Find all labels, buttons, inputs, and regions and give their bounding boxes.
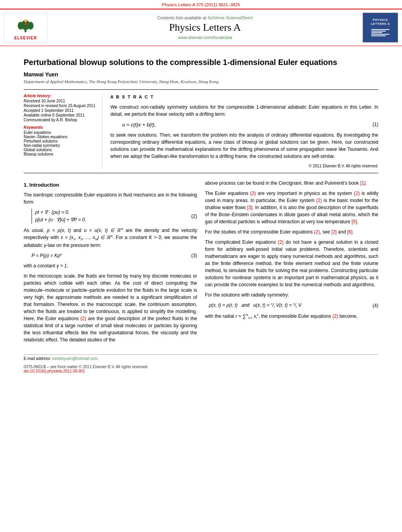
keywords-block: Keywords: Euler equations Navier–Stokes … [24, 125, 97, 156]
ref1[interactable]: [1] [360, 180, 365, 186]
right-p6: with the radial r = ∑Ni=1 xi2, the compr… [205, 313, 378, 321]
abstract-section: A B S T R A C T We construct non-radiall… [110, 94, 378, 169]
footnote-area: E-mail address: nevetsyuen@hotmail.com. [24, 354, 378, 361]
email-label: E-mail address: [24, 356, 51, 361]
history-title: Article history: [24, 94, 97, 98]
revised-date: Received in revised form 25 August 2011 [24, 104, 97, 108]
abstract-p1: We construct non-radially symmetry solut… [110, 104, 378, 118]
intro-heading: 1. Introduction [24, 181, 197, 189]
abstract-formula: u = c(t)x + b(t), (1) [122, 121, 378, 129]
article-info: Article history: Received 10 June 2011 R… [24, 94, 102, 169]
abstract-title: A B S T R A C T [110, 94, 378, 100]
kw-global: Global solutions [24, 148, 97, 152]
right-p5: For the solutions with radially symmetry… [205, 291, 378, 298]
eq3-content: P = P(ρ) = Kργ [28, 252, 185, 259]
communicated-by: Communicated by A.R. Bishop [24, 118, 97, 122]
author-name: Manwai Yuen [24, 71, 378, 78]
ref5[interactable]: [5] [352, 219, 357, 224]
online-date: Available online 6 September 2011 [24, 113, 97, 117]
svg-point-4 [24, 19, 27, 22]
kw-perturbed: Perturbed solutions [24, 139, 97, 143]
ref2f[interactable]: [2] [331, 229, 337, 235]
ref2c[interactable]: (2) [354, 191, 360, 196]
two-col-body: 1. Introduction The isentropic compressi… [24, 180, 378, 347]
journal-logo-lines [371, 28, 390, 37]
intro-p3: with a constant γ > 1. [24, 262, 197, 269]
received-date: Received 10 June 2011 [24, 99, 97, 103]
elsevier-wordmark: ELSEVIER [14, 36, 37, 40]
journal-center: Contents lists available at SciVerse Sci… [51, 13, 359, 43]
svg-rect-5 [24, 22, 26, 25]
elsevier-logo: ELSEVIER [4, 13, 47, 43]
author-affiliation: Department of Applied Mathematics, The H… [24, 79, 378, 84]
abstract-p2: to seek new solutions. Then, we transfor… [110, 132, 378, 160]
contents-line: Contents lists available at SciVerse Sci… [51, 15, 359, 20]
sciverse-link[interactable]: SciVerse ScienceDirect [208, 15, 253, 20]
ref2e[interactable]: (2) [314, 229, 320, 235]
journal-logo-title: PHYSICS LETTERS A [365, 18, 396, 26]
eq4-number: (4) [367, 302, 378, 309]
kw-navier: Navier–Stokes equations [24, 135, 97, 139]
elsevier-tree-icon [14, 15, 37, 35]
journal-title: Physics Letters A [51, 22, 359, 33]
ref2a[interactable]: (2) [80, 316, 86, 321]
right-column: above process can be found in the Cercig… [205, 180, 378, 347]
equation-3: P = P(ρ) = Kργ (3) [28, 252, 197, 259]
copyright: © 2011 Elsevier B.V. All rights reserved… [110, 163, 378, 169]
accepted-date: Accepted 1 September 2011 [24, 108, 97, 113]
ref6[interactable]: [6] [347, 229, 352, 235]
ref2g[interactable]: (2) [278, 239, 284, 245]
formula1-num: (1) [372, 121, 378, 128]
eq2-system: ρt + ∇ · (ρu) = 0, ρ[ut + (u · ∇)u] + ∇P… [32, 209, 86, 224]
info-abstract-row: Article history: Received 10 June 2011 R… [24, 89, 378, 173]
equation-2: ρt + ∇ · (ρu) = 0, ρ[ut + (u · ∇)u] + ∇P… [28, 209, 197, 224]
citation-text: Physics Letters A 375 (2011) 3821–3825 [162, 2, 240, 7]
ref2h[interactable]: (2) [332, 313, 338, 319]
ref3[interactable]: [3] [247, 205, 252, 210]
eq2-line1: ρt + ∇ · (ρu) = 0, [35, 209, 86, 216]
journal-header: ELSEVIER Contents lists available at Sci… [0, 9, 402, 46]
doi-line[interactable]: doi:10.1016/j.physleta.2011.08.001 [24, 369, 378, 373]
svg-point-2 [18, 22, 24, 30]
journal-url[interactable]: www.elsevier.com/locate/pla [51, 35, 359, 40]
bottom-info: 0375-9601/$ – see front matter © 2011 El… [24, 365, 378, 373]
eq2-content: ρt + ∇ · (ρu) = 0, ρ[ut + (u · ∇)u] + ∇P… [28, 209, 185, 224]
intro-p1: The isentropic compressible Euler equati… [24, 191, 197, 206]
left-column: 1. Introduction The isentropic compressi… [24, 180, 197, 347]
right-p1: above process can be found in the Cercig… [205, 180, 378, 187]
eq2-number: (2) [185, 213, 197, 220]
keywords-title: Keywords: [24, 125, 97, 130]
svg-point-3 [28, 22, 34, 30]
email-value[interactable]: nevetsyuen@hotmail.com. [52, 356, 99, 361]
intro-p4: In the microscopic scale, the fluids are… [24, 272, 197, 343]
intro-p2: As usual, ρ = ρ(x, t) and u = u(x, t) ∈ … [24, 227, 197, 249]
right-p2: The Euler equations (2) are very importa… [205, 190, 378, 225]
kw-blowup: Blowup solutions [24, 152, 97, 156]
right-p4: The complicated Euler equations (2) do n… [205, 239, 378, 288]
right-p3: For the studies of the compressible Eule… [205, 228, 378, 235]
formula1-text: u = c(t)x + b(t), [122, 121, 156, 129]
kw-euler: Euler equations [24, 130, 97, 135]
article-title: Perturbational blowup solutions to the c… [24, 57, 378, 67]
eq3-number: (3) [185, 252, 197, 259]
issn-line: 0375-9601/$ – see front matter © 2011 El… [24, 365, 378, 369]
citation-bar: Physics Letters A 375 (2011) 3821–3825 [0, 0, 402, 9]
eq4-content: ρ(x, t) = ρ(r, t) and u(x, t) = x/r V(r,… [209, 302, 367, 310]
eq2-line2: ρ[ut + (u · ∇)u] + ∇P = 0. [35, 216, 86, 224]
main-content: Perturbational blowup solutions to the c… [0, 46, 402, 377]
kw-nonradial: Non-radial symmetry [24, 143, 97, 148]
journal-logo-box: PHYSICS LETTERS A [363, 13, 398, 43]
ref2b[interactable]: (2) [250, 191, 256, 196]
equation-4: ρ(x, t) = ρ(r, t) and u(x, t) = x/r V(r,… [209, 302, 378, 310]
ref2d[interactable]: (2) [316, 198, 322, 203]
